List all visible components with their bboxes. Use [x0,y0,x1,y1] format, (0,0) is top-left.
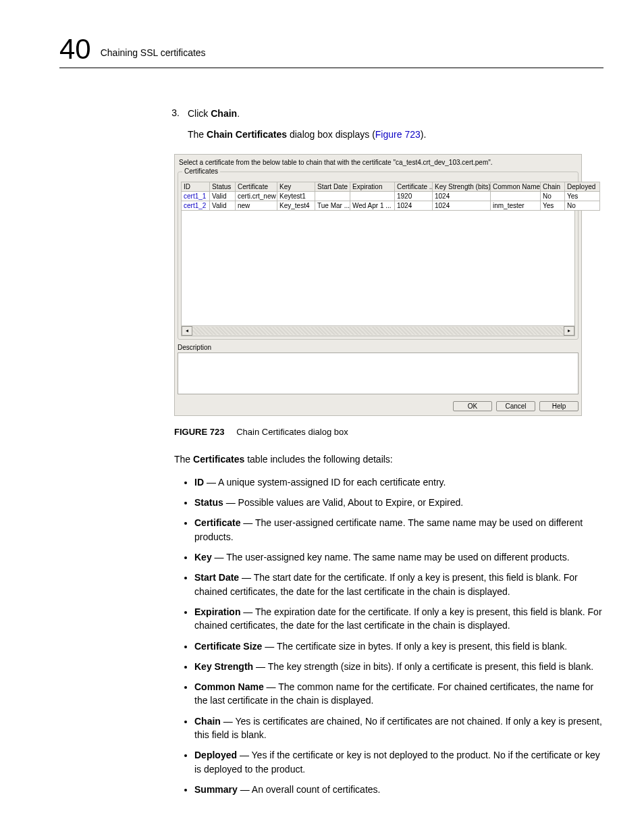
cell-exp: Wed Apr 1 ... [350,201,395,210]
cell-cert: new [236,201,277,210]
step-3: 3. Click Chain. [167,107,603,121]
cell-kbits: 1024 [433,201,491,210]
cell-chain: No [541,191,565,201]
cell-start: Tue Mar ... [315,201,350,210]
certificates-group: Certificates ID Status Cer [178,172,579,340]
col-start-date[interactable]: Start Date [315,182,350,191]
scroll-left-icon[interactable]: ◂ [182,326,192,336]
figure-text: Chain Certificates dialog box [236,427,348,437]
cell-start [315,191,350,201]
intro-pre: The [174,454,193,465]
list-item: Start Date — The start date for the cert… [194,571,603,598]
step-sub-mid: dialog box displays ( [287,129,375,140]
cell-csize: 1920 [395,191,433,201]
item-label: Certificate Size [194,641,262,652]
intro-bold: Certificates [193,454,244,465]
col-status[interactable]: Status [210,182,236,191]
item-label: Certificate [194,517,240,528]
item-text: — An overall count of certificates. [238,784,381,795]
col-key-strength[interactable]: Key Strength (bits) [433,182,491,191]
step-sub-post: ). [421,129,427,140]
cell-cn [491,191,541,201]
list-item: Expiration — The expiration date for the… [194,605,603,633]
table-row[interactable]: cert1_1 Valid certi.crt_new Keytest1 192… [182,191,600,201]
col-key[interactable]: Key [277,182,315,191]
item-label: Chain [194,716,221,727]
item-text: — The user-assigned key name. The same n… [212,552,570,563]
cell-deployed: Yes [565,191,600,201]
list-item: Chain — Yes is certificates are chained,… [194,714,603,742]
col-expiration[interactable]: Expiration [350,182,395,191]
item-label: Key Strength [194,661,253,672]
cancel-button[interactable]: Cancel [496,401,535,411]
cell-id: cert1_2 [182,201,210,210]
ok-button[interactable]: OK [453,401,492,411]
description-label: Description [178,344,579,351]
list-item: Key Strength — The key strength (size in… [194,660,603,673]
list-item: Certificate — The user-assigned certific… [194,516,603,544]
cell-exp [350,191,395,201]
table-header-row[interactable]: ID Status Certificate Key Start Date Exp… [182,182,600,191]
step-action: Chain [211,108,237,119]
figure-723: Select a certificate from the below tabl… [174,154,603,416]
figure-caption: FIGURE 723 Chain Certificates dialog box [174,425,603,438]
cell-cn: inm_tester [491,201,541,210]
item-text: — Possible values are Valid, About to Ex… [223,497,463,508]
certificates-table[interactable]: ID Status Certificate Key Start Date Exp… [181,182,600,211]
scroll-track[interactable] [192,327,564,335]
scroll-right-icon[interactable]: ▸ [564,326,574,336]
cell-status: Valid [210,201,236,210]
item-text: — The user-assigned certificate name. Th… [194,517,583,542]
item-label: Status [194,497,223,508]
item-label: Common Name [194,681,264,692]
col-common-name[interactable]: Common Name [491,182,541,191]
dialog-instruction: Select a certificate from the below tabl… [175,155,581,172]
list-item: Status — Possible values are Valid, Abou… [194,496,603,509]
cell-status: Valid [210,191,236,201]
cell-chain: Yes [541,201,565,210]
figure-link[interactable]: Figure 723 [375,129,421,140]
item-label: Key [194,552,212,563]
item-text: — Yes if the certificate or key is not d… [194,750,600,774]
figure-label: FIGURE 723 [174,427,224,437]
item-text: — A unique system-assigned ID for each c… [204,477,446,488]
col-cert-size[interactable]: Certificate ... [395,182,433,191]
cell-id: cert1_1 [182,191,210,201]
table-intro: The Certificates table includes the foll… [174,452,603,466]
list-item: ID — A unique system-assigned ID for eac… [194,475,603,489]
step-prefix: Click [188,108,211,119]
step-number: 3. [167,107,180,121]
list-item: Summary — An overall count of certificat… [194,783,603,796]
help-button[interactable]: Help [539,401,579,411]
col-deployed[interactable]: Deployed [565,182,600,191]
list-item: Common Name — The common name for the ce… [194,680,603,708]
list-item: Certificate Size — The certificate size … [194,640,603,653]
col-certificate[interactable]: Certificate [236,182,277,191]
step-suffix: . [237,108,240,119]
description-textarea[interactable] [178,353,579,394]
intro-post: table includes the following details: [244,454,392,465]
col-chain[interactable]: Chain [541,182,565,191]
chapter-title: Chaining SSL certificates [101,47,206,58]
table-empty-area [181,211,575,325]
item-text: — The certificate size in bytes. If only… [262,641,567,652]
horizontal-scrollbar[interactable]: ◂ ▸ [181,325,575,336]
cell-csize: 1024 [395,201,433,210]
item-text: — Yes is certificates are chained, No if… [194,716,602,740]
chapter-header: 40 Chaining SSL certificates [59,35,603,68]
item-label: Summary [194,784,238,795]
certificates-group-label: Certificates [182,167,220,175]
step-sub-pre: The [188,129,207,140]
cell-deployed: No [565,201,600,210]
item-label: Start Date [194,572,239,583]
cell-key: Key_test4 [277,201,315,210]
chapter-number: 40 [59,35,91,63]
list-item: Key — The user-assigned key name. The sa… [194,550,603,564]
item-label: Deployed [194,750,237,760]
cell-cert: certi.crt_new [236,191,277,201]
list-item: Deployed — Yes if the certificate or key… [194,748,603,776]
item-text: — The expiration date for the certificat… [194,606,602,631]
chain-certificates-dialog: Select a certificate from the below tabl… [174,154,582,416]
table-row[interactable]: cert1_2 Valid new Key_test4 Tue Mar ... … [182,201,600,210]
col-id[interactable]: ID [182,182,210,191]
